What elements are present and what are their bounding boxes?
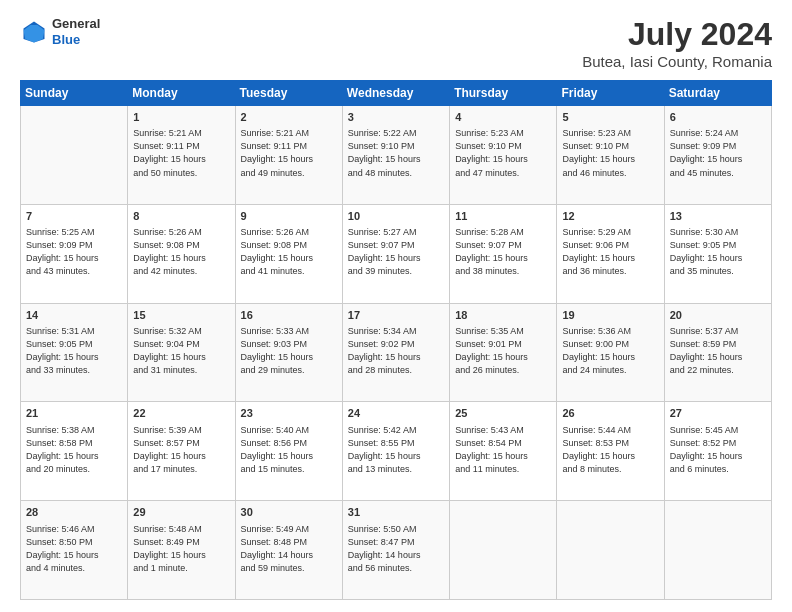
day-cell: 16Sunrise: 5:33 AM Sunset: 9:03 PM Dayli… xyxy=(235,303,342,402)
day-info: Sunrise: 5:27 AM Sunset: 9:07 PM Dayligh… xyxy=(348,226,444,278)
day-cell: 7Sunrise: 5:25 AM Sunset: 9:09 PM Daylig… xyxy=(21,204,128,303)
day-info: Sunrise: 5:36 AM Sunset: 9:00 PM Dayligh… xyxy=(562,325,658,377)
day-cell: 26Sunrise: 5:44 AM Sunset: 8:53 PM Dayli… xyxy=(557,402,664,501)
day-cell xyxy=(664,501,771,600)
day-cell: 21Sunrise: 5:38 AM Sunset: 8:58 PM Dayli… xyxy=(21,402,128,501)
day-cell: 24Sunrise: 5:42 AM Sunset: 8:55 PM Dayli… xyxy=(342,402,449,501)
day-cell: 17Sunrise: 5:34 AM Sunset: 9:02 PM Dayli… xyxy=(342,303,449,402)
header-row: SundayMondayTuesdayWednesdayThursdayFrid… xyxy=(21,81,772,106)
day-number: 12 xyxy=(562,209,658,224)
day-info: Sunrise: 5:34 AM Sunset: 9:02 PM Dayligh… xyxy=(348,325,444,377)
day-number: 10 xyxy=(348,209,444,224)
day-info: Sunrise: 5:45 AM Sunset: 8:52 PM Dayligh… xyxy=(670,424,766,476)
day-cell: 13Sunrise: 5:30 AM Sunset: 9:05 PM Dayli… xyxy=(664,204,771,303)
day-cell: 8Sunrise: 5:26 AM Sunset: 9:08 PM Daylig… xyxy=(128,204,235,303)
day-number: 27 xyxy=(670,406,766,421)
day-info: Sunrise: 5:46 AM Sunset: 8:50 PM Dayligh… xyxy=(26,523,122,575)
day-info: Sunrise: 5:23 AM Sunset: 9:10 PM Dayligh… xyxy=(562,127,658,179)
day-info: Sunrise: 5:21 AM Sunset: 9:11 PM Dayligh… xyxy=(133,127,229,179)
header-cell-thursday: Thursday xyxy=(450,81,557,106)
day-cell: 28Sunrise: 5:46 AM Sunset: 8:50 PM Dayli… xyxy=(21,501,128,600)
header-cell-saturday: Saturday xyxy=(664,81,771,106)
day-info: Sunrise: 5:30 AM Sunset: 9:05 PM Dayligh… xyxy=(670,226,766,278)
day-number: 30 xyxy=(241,505,337,520)
day-cell: 10Sunrise: 5:27 AM Sunset: 9:07 PM Dayli… xyxy=(342,204,449,303)
week-row-5: 28Sunrise: 5:46 AM Sunset: 8:50 PM Dayli… xyxy=(21,501,772,600)
day-number: 7 xyxy=(26,209,122,224)
day-number: 22 xyxy=(133,406,229,421)
day-cell: 25Sunrise: 5:43 AM Sunset: 8:54 PM Dayli… xyxy=(450,402,557,501)
day-number: 23 xyxy=(241,406,337,421)
week-row-4: 21Sunrise: 5:38 AM Sunset: 8:58 PM Dayli… xyxy=(21,402,772,501)
header: General Blue July 2024 Butea, Iasi Count… xyxy=(20,16,772,70)
day-cell: 14Sunrise: 5:31 AM Sunset: 9:05 PM Dayli… xyxy=(21,303,128,402)
day-number: 21 xyxy=(26,406,122,421)
day-number: 26 xyxy=(562,406,658,421)
day-info: Sunrise: 5:40 AM Sunset: 8:56 PM Dayligh… xyxy=(241,424,337,476)
day-number: 13 xyxy=(670,209,766,224)
day-number: 24 xyxy=(348,406,444,421)
day-number: 31 xyxy=(348,505,444,520)
day-info: Sunrise: 5:42 AM Sunset: 8:55 PM Dayligh… xyxy=(348,424,444,476)
day-number: 9 xyxy=(241,209,337,224)
day-number: 6 xyxy=(670,110,766,125)
day-cell: 22Sunrise: 5:39 AM Sunset: 8:57 PM Dayli… xyxy=(128,402,235,501)
day-cell: 4Sunrise: 5:23 AM Sunset: 9:10 PM Daylig… xyxy=(450,106,557,205)
main-title: July 2024 xyxy=(582,16,772,53)
day-info: Sunrise: 5:37 AM Sunset: 8:59 PM Dayligh… xyxy=(670,325,766,377)
day-info: Sunrise: 5:44 AM Sunset: 8:53 PM Dayligh… xyxy=(562,424,658,476)
day-number: 20 xyxy=(670,308,766,323)
day-number: 4 xyxy=(455,110,551,125)
page: General Blue July 2024 Butea, Iasi Count… xyxy=(0,0,792,612)
day-cell xyxy=(21,106,128,205)
day-cell xyxy=(557,501,664,600)
day-cell: 5Sunrise: 5:23 AM Sunset: 9:10 PM Daylig… xyxy=(557,106,664,205)
day-number: 8 xyxy=(133,209,229,224)
day-info: Sunrise: 5:22 AM Sunset: 9:10 PM Dayligh… xyxy=(348,127,444,179)
day-cell xyxy=(450,501,557,600)
day-cell: 29Sunrise: 5:48 AM Sunset: 8:49 PM Dayli… xyxy=(128,501,235,600)
day-number: 17 xyxy=(348,308,444,323)
day-cell: 3Sunrise: 5:22 AM Sunset: 9:10 PM Daylig… xyxy=(342,106,449,205)
calendar-table: SundayMondayTuesdayWednesdayThursdayFrid… xyxy=(20,80,772,600)
logo-icon xyxy=(20,18,48,46)
day-cell: 15Sunrise: 5:32 AM Sunset: 9:04 PM Dayli… xyxy=(128,303,235,402)
calendar-body: 1Sunrise: 5:21 AM Sunset: 9:11 PM Daylig… xyxy=(21,106,772,600)
day-info: Sunrise: 5:48 AM Sunset: 8:49 PM Dayligh… xyxy=(133,523,229,575)
header-cell-sunday: Sunday xyxy=(21,81,128,106)
week-row-2: 7Sunrise: 5:25 AM Sunset: 9:09 PM Daylig… xyxy=(21,204,772,303)
day-number: 18 xyxy=(455,308,551,323)
day-cell: 1Sunrise: 5:21 AM Sunset: 9:11 PM Daylig… xyxy=(128,106,235,205)
week-row-1: 1Sunrise: 5:21 AM Sunset: 9:11 PM Daylig… xyxy=(21,106,772,205)
header-cell-wednesday: Wednesday xyxy=(342,81,449,106)
day-cell: 19Sunrise: 5:36 AM Sunset: 9:00 PM Dayli… xyxy=(557,303,664,402)
title-block: July 2024 Butea, Iasi County, Romania xyxy=(582,16,772,70)
day-number: 16 xyxy=(241,308,337,323)
calendar-header: SundayMondayTuesdayWednesdayThursdayFrid… xyxy=(21,81,772,106)
day-number: 2 xyxy=(241,110,337,125)
day-info: Sunrise: 5:29 AM Sunset: 9:06 PM Dayligh… xyxy=(562,226,658,278)
subtitle: Butea, Iasi County, Romania xyxy=(582,53,772,70)
day-cell: 27Sunrise: 5:45 AM Sunset: 8:52 PM Dayli… xyxy=(664,402,771,501)
day-info: Sunrise: 5:25 AM Sunset: 9:09 PM Dayligh… xyxy=(26,226,122,278)
day-cell: 20Sunrise: 5:37 AM Sunset: 8:59 PM Dayli… xyxy=(664,303,771,402)
day-cell: 2Sunrise: 5:21 AM Sunset: 9:11 PM Daylig… xyxy=(235,106,342,205)
day-cell: 12Sunrise: 5:29 AM Sunset: 9:06 PM Dayli… xyxy=(557,204,664,303)
day-info: Sunrise: 5:38 AM Sunset: 8:58 PM Dayligh… xyxy=(26,424,122,476)
header-cell-monday: Monday xyxy=(128,81,235,106)
day-cell: 30Sunrise: 5:49 AM Sunset: 8:48 PM Dayli… xyxy=(235,501,342,600)
day-cell: 6Sunrise: 5:24 AM Sunset: 9:09 PM Daylig… xyxy=(664,106,771,205)
day-cell: 31Sunrise: 5:50 AM Sunset: 8:47 PM Dayli… xyxy=(342,501,449,600)
logo: General Blue xyxy=(20,16,100,47)
day-number: 14 xyxy=(26,308,122,323)
week-row-3: 14Sunrise: 5:31 AM Sunset: 9:05 PM Dayli… xyxy=(21,303,772,402)
day-cell: 18Sunrise: 5:35 AM Sunset: 9:01 PM Dayli… xyxy=(450,303,557,402)
day-info: Sunrise: 5:32 AM Sunset: 9:04 PM Dayligh… xyxy=(133,325,229,377)
header-cell-friday: Friday xyxy=(557,81,664,106)
day-info: Sunrise: 5:26 AM Sunset: 9:08 PM Dayligh… xyxy=(241,226,337,278)
day-cell: 23Sunrise: 5:40 AM Sunset: 8:56 PM Dayli… xyxy=(235,402,342,501)
day-info: Sunrise: 5:33 AM Sunset: 9:03 PM Dayligh… xyxy=(241,325,337,377)
day-info: Sunrise: 5:43 AM Sunset: 8:54 PM Dayligh… xyxy=(455,424,551,476)
day-number: 11 xyxy=(455,209,551,224)
day-number: 25 xyxy=(455,406,551,421)
